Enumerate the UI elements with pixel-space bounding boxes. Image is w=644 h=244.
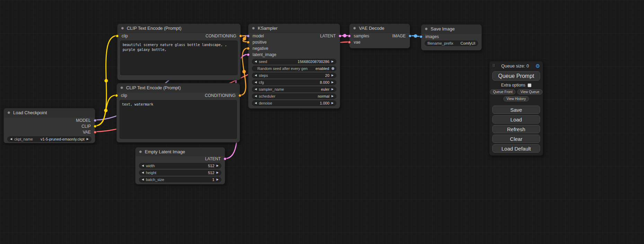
clear-button[interactable]: Clear: [492, 135, 540, 143]
denoise-widget[interactable]: ◀ denoise 1.000 ▶: [252, 100, 336, 106]
node-title-bar[interactable]: Load Checkpoint: [4, 108, 95, 117]
port-model-output[interactable]: [94, 119, 97, 122]
save-button[interactable]: Save: [492, 106, 540, 114]
arrow-left-icon[interactable]: ◀: [255, 102, 257, 105]
arrow-right-icon[interactable]: ▶: [87, 138, 89, 141]
port-latent-output[interactable]: [223, 157, 227, 161]
arrow-left-icon[interactable]: ◀: [255, 74, 257, 77]
gear-icon[interactable]: ⚙: [536, 63, 540, 69]
widget-value: 1.000: [320, 101, 329, 105]
arrow-right-icon[interactable]: ▶: [332, 95, 334, 98]
node-title-bar[interactable]: CLIP Text Encode (Prompt): [117, 24, 240, 33]
width-widget[interactable]: ◀ width 512 ▶: [139, 163, 221, 169]
port-latent-output[interactable]: [338, 35, 342, 38]
arrow-right-icon[interactable]: ▶: [332, 88, 334, 91]
collapse-dot-icon[interactable]: [252, 27, 255, 30]
collapse-dot-icon[interactable]: [120, 86, 123, 89]
steps-widget[interactable]: ◀ steps 20 ▶: [252, 73, 336, 78]
filename-prefix-widget[interactable]: filename_prefix ComfyUI: [425, 40, 478, 46]
node-save-image[interactable]: Save Image images filename_prefix ComfyU…: [421, 24, 482, 51]
comfyui-canvas[interactable]: { "nodes": { "load_checkpoint": { "title…: [0, 0, 644, 244]
arrow-right-icon[interactable]: ▶: [332, 60, 334, 63]
random-seed-toggle-widget[interactable]: Random seed after every gen enabled: [252, 66, 336, 71]
load-button[interactable]: Load: [492, 115, 540, 124]
port-clip-input[interactable]: [116, 35, 119, 38]
node-title: KSampler: [258, 26, 277, 31]
node-load-checkpoint[interactable]: Load Checkpoint MODEL CLIP VAE ◀ ckpt_na…: [3, 108, 95, 143]
widget-value: ComfyUI: [460, 41, 475, 45]
load-default-button[interactable]: Load Default: [492, 144, 540, 153]
queue-size-label: Queue size: 0: [495, 63, 535, 69]
positive-prompt-textarea[interactable]: beautiful scenery nature glass bottle la…: [120, 40, 238, 75]
port-latent-image-input[interactable]: [247, 53, 250, 56]
ckpt-name-widget[interactable]: ◀ ckpt_name v1-5-pruned-emaonly.ckpt ▶: [7, 136, 91, 142]
port-negative-input[interactable]: [247, 47, 250, 50]
node-title-bar[interactable]: VAE Decode: [350, 24, 410, 33]
arrow-left-icon[interactable]: ◀: [10, 138, 12, 141]
arrow-left-icon[interactable]: ◀: [255, 95, 257, 98]
height-widget[interactable]: ◀ height 512 ▶: [139, 170, 221, 175]
node-title-bar[interactable]: Empty Latent Image: [135, 147, 225, 156]
port-vae-input[interactable]: [348, 41, 351, 44]
node-clip-text-encode-positive[interactable]: CLIP Text Encode (Prompt) clip CONDITION…: [117, 24, 241, 80]
arrow-right-icon[interactable]: ▶: [332, 102, 334, 105]
node-empty-latent-image[interactable]: Empty Latent Image LATENT ◀ width 512 ▶ …: [135, 147, 225, 184]
arrow-left-icon[interactable]: ◀: [255, 81, 257, 84]
node-clip-text-encode-negative[interactable]: CLIP Text Encode (Prompt) clip CONDITION…: [116, 83, 240, 143]
slot-label-conditioning: CONDITIONING: [205, 34, 236, 38]
queue-prompt-button[interactable]: Queue Prompt: [492, 71, 540, 81]
port-vae-output[interactable]: [94, 130, 97, 134]
batch-size-widget[interactable]: ◀ batch_size 1 ▶: [139, 177, 221, 182]
widget-name: denoise: [259, 101, 272, 105]
arrow-left-icon[interactable]: ◀: [142, 171, 144, 174]
node-title-bar[interactable]: KSampler: [248, 24, 340, 33]
node-title: CLIP Text Encode (Prompt): [126, 85, 181, 90]
slot-label-vae: VAE: [83, 130, 91, 135]
port-clip-output[interactable]: [94, 125, 97, 128]
port-positive-input[interactable]: [247, 41, 250, 44]
arrow-right-icon[interactable]: ▶: [332, 81, 334, 84]
drag-handle-icon[interactable]: ⠿: [492, 64, 495, 68]
sampler-name-widget[interactable]: ◀ sampler_name euler ▶: [252, 87, 336, 92]
toggle-knob-icon[interactable]: [331, 67, 335, 70]
arrow-left-icon[interactable]: ◀: [255, 60, 257, 63]
node-ksampler[interactable]: KSampler model LATENT positive negative …: [248, 24, 340, 109]
scheduler-widget[interactable]: ◀ scheduler normal ▶: [252, 93, 336, 99]
collapse-dot-icon[interactable]: [7, 111, 10, 114]
port-conditioning-output[interactable]: [238, 94, 241, 97]
negative-prompt-textarea[interactable]: text, watermark: [120, 100, 237, 139]
refresh-button[interactable]: Refresh: [492, 125, 540, 133]
widget-name: cfg: [259, 80, 264, 84]
cfg-widget[interactable]: ◀ cfg 8.000 ▶: [252, 80, 336, 85]
widget-value: 512: [208, 171, 214, 175]
port-images-input[interactable]: [420, 35, 423, 38]
arrow-right-icon[interactable]: ▶: [217, 164, 219, 167]
collapse-dot-icon[interactable]: [121, 27, 124, 30]
arrow-right-icon[interactable]: ▶: [332, 74, 334, 77]
node-title-bar[interactable]: Save Image: [421, 25, 482, 34]
arrow-left-icon[interactable]: ◀: [255, 88, 257, 91]
collapse-dot-icon[interactable]: [139, 150, 142, 153]
collapse-dot-icon[interactable]: [353, 27, 356, 30]
widget-name: sampler_name: [259, 87, 284, 91]
port-image-output[interactable]: [408, 35, 412, 38]
view-queue-button[interactable]: View Queue: [517, 89, 542, 94]
node-title-bar[interactable]: CLIP Text Encode (Prompt): [117, 83, 240, 92]
port-clip-input[interactable]: [115, 94, 118, 97]
queue-front-button[interactable]: Queue Front: [490, 89, 515, 94]
node-vae-decode[interactable]: VAE Decode samples IMAGE vae: [349, 24, 410, 48]
collapse-dot-icon[interactable]: [425, 27, 428, 30]
slot-label-model: MODEL: [76, 118, 91, 123]
slot-label-clip: clip: [121, 93, 127, 98]
arrow-left-icon[interactable]: ◀: [142, 164, 144, 167]
port-conditioning-output[interactable]: [239, 35, 242, 38]
widget-name: filename_prefix: [427, 41, 453, 45]
extra-options-checkbox[interactable]: [528, 83, 531, 87]
seed-widget[interactable]: ◀ seed 156680208700286 ▶: [252, 59, 336, 64]
arrow-left-icon[interactable]: ◀: [142, 178, 144, 181]
arrow-right-icon[interactable]: ▶: [217, 178, 219, 181]
port-model-input[interactable]: [247, 35, 250, 38]
view-history-button[interactable]: View History: [503, 96, 529, 101]
arrow-right-icon[interactable]: ▶: [217, 171, 219, 174]
port-samples-input[interactable]: [348, 35, 351, 38]
